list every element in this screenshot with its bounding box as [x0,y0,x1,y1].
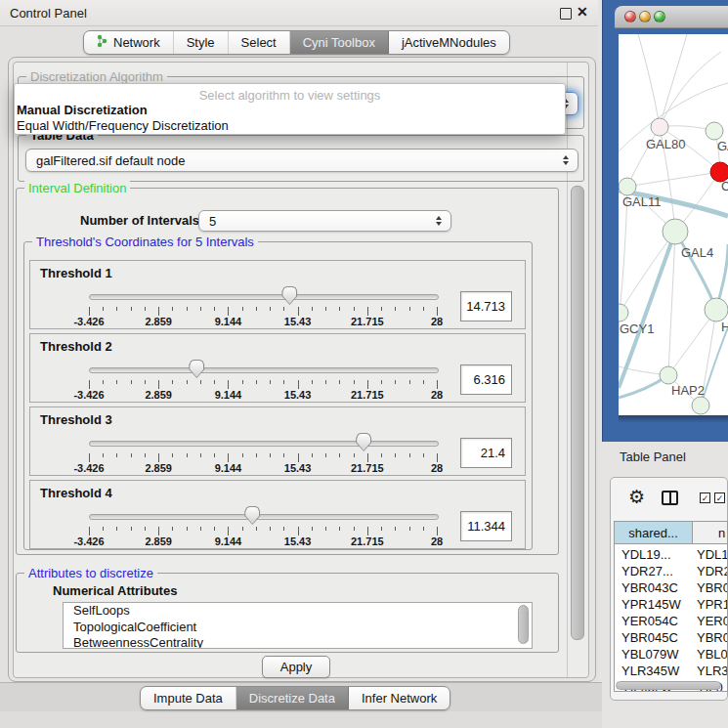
tick-mark [395,453,396,457]
menu-item-manual-discretization[interactable]: Manual Discretization [17,103,148,117]
list-item[interactable]: BetweennessCentrality [64,635,532,649]
table-cell[interactable]: YLR345W [621,663,679,679]
tick-mark [423,453,424,457]
slider-track[interactable] [89,294,439,300]
table-cell[interactable]: YPR145W [621,596,681,613]
node-label: HAP2 [671,383,705,398]
table-cell[interactable]: YBR045C [621,629,678,646]
column-header-shared-name[interactable]: shared... [615,522,693,544]
float-window-icon[interactable] [560,8,572,20]
table-cell[interactable]: YBR0 [697,629,728,646]
tick-mark [354,527,355,531]
table-cell[interactable]: YDR27... [621,563,673,579]
slider-track[interactable] [89,441,439,447]
axis-tick-label: 21.715 [351,316,384,327]
number-of-intervals-label: Number of Intervals [80,213,199,228]
tab-style[interactable]: Style [174,31,229,54]
close-light[interactable] [624,11,636,22]
table-cell[interactable]: YBR043C [621,579,678,596]
minimize-light[interactable] [639,11,651,22]
tick-mark [367,527,368,535]
tick-mark [187,307,188,311]
table-cell[interactable]: YDR2 [697,563,728,579]
slider-track[interactable] [89,367,439,373]
threshold-value-field[interactable]: 14.713 [460,291,512,321]
column-header-name[interactable]: n [693,522,728,544]
tab-network[interactable]: Network [84,31,174,54]
network-canvas[interactable]: GAL80GACGAL11GAL4GCY1HHAP2 [619,34,728,415]
slider-handle[interactable] [244,506,260,525]
combo-arrows-icon [563,155,569,165]
zoom-light[interactable] [654,11,665,22]
table-cell[interactable]: YER0 [697,613,728,629]
checkbox-icon[interactable]: ✓ [714,492,725,503]
table-cell[interactable]: YBL0 [697,646,728,663]
table-cell[interactable]: YDL19... [621,546,671,563]
tick-mark [145,527,146,531]
table-cell[interactable]: YBR0 [697,579,728,596]
tick-mark [354,453,355,457]
tick-mark [437,453,438,462]
threshold-value-field[interactable]: 6.316 [460,364,512,395]
network-node-gal80[interactable] [651,118,668,136]
slider-track[interactable] [89,514,439,520]
screen: Control Panel ✕ NetworkStyleSelectCyni T… [0,0,728,728]
numerical-attributes-label: Numerical Attributes [53,583,177,598]
bottom-tab-discretize-data[interactable]: Discretize Data [236,687,349,709]
tick-mark [131,307,132,311]
tick-mark [242,380,243,384]
table-cell[interactable]: YBL079W [621,646,679,663]
gear-icon[interactable]: ⚙ [628,488,645,506]
axis-tick-label: 28 [431,462,443,474]
number-of-intervals-spinner[interactable]: 5 [198,210,451,232]
tick-mark [409,453,410,457]
split-view-icon[interactable] [662,491,678,505]
checkbox-icon[interactable]: ✓ [700,492,710,503]
tick-mark [214,380,215,384]
menu-item-equal-width-frequency[interactable]: Equal Width/Frequency Discretization [17,118,229,133]
network-window-titlebar[interactable] [615,6,728,28]
axis-tick-label: 21.715 [351,535,384,547]
table-cell[interactable]: YER054C [621,613,678,629]
tab-select[interactable]: Select [229,31,290,54]
horizontal-scrollbar[interactable] [616,681,721,690]
tick-mark [354,307,355,311]
list-scrollbar[interactable] [518,605,529,644]
network-node[interactable] [692,397,709,414]
network-node-hap2[interactable] [660,366,677,384]
slider-handle[interactable] [189,360,204,378]
threshold-value-field[interactable]: 11.344 [460,511,512,541]
tick-mark [228,527,229,535]
apply-button[interactable]: Apply [262,656,330,678]
network-node-ga[interactable] [706,122,723,140]
threshold-value-field[interactable]: 21.4 [460,438,512,468]
table-cell[interactable]: YDL1 [697,546,728,563]
axis-tick-label: 9.144 [215,462,242,474]
table-cell[interactable]: YPR1 [697,596,728,613]
tick-mark [437,527,438,535]
tick-mark [423,380,424,384]
list-item[interactable]: TopologicalCoefficient [64,620,532,636]
bottom-tab-impute-data[interactable]: Impute Data [141,687,236,709]
network-node-gcy1[interactable] [619,304,628,321]
tab-jactivemnodules[interactable]: jActiveMNodules [389,31,509,54]
table-cell[interactable]: YLR3 [697,663,728,679]
slider-handle[interactable] [356,433,371,451]
tick-mark [283,380,284,384]
network-edge [701,327,728,406]
list-item[interactable]: SelfLoops [64,603,532,620]
slider-handle[interactable] [281,286,297,305]
close-icon[interactable]: ✕ [577,4,588,20]
vertical-scrollbar[interactable] [571,186,584,640]
tab-cyni-toolbox[interactable]: Cyni Toolbox [290,31,389,54]
network-node-h[interactable] [705,298,728,321]
numerical-attributes-list[interactable]: SelfLoopsTopologicalCoefficientBetweenne… [63,602,533,649]
network-node-gal4[interactable] [663,219,688,244]
canvas-shadow [619,415,728,423]
bottom-tab-label: Impute Data [153,691,223,706]
threshold-label: Threshold 1 [40,266,112,280]
table-data-combobox[interactable]: galFiltered.sif default node [25,149,578,172]
network-node-gal11[interactable] [619,178,636,195]
bottom-tab-infer-network[interactable]: Infer Network [349,687,450,709]
axis-tick-label: -3.426 [73,316,104,327]
